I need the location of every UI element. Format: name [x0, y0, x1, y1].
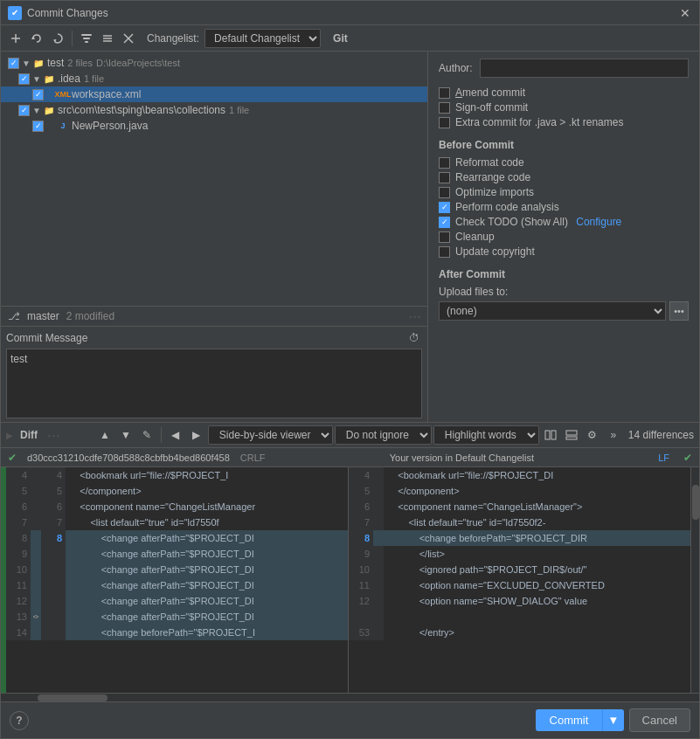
extra-commit-option: Extra commit for .java > .kt renames	[439, 116, 689, 128]
add-button[interactable]	[6, 29, 25, 48]
reformat-checkbox[interactable]	[439, 157, 450, 169]
tree-item-newperson[interactable]: ✓ J NewPerson.java	[1, 118, 427, 134]
code-analysis-label: Perform code analysis	[455, 201, 559, 213]
diff-row: 4 <bookmark url="file://$PROJECT_DI	[349, 467, 690, 483]
diff-toggle2-button[interactable]	[562, 425, 581, 445]
diff-next-button[interactable]: ▶	[187, 425, 206, 445]
cleanup-option: Cleanup	[439, 231, 689, 243]
commit-button[interactable]: Commit	[536, 709, 603, 731]
diff-up-button[interactable]: ▲	[95, 425, 114, 445]
diff-settings-button[interactable]: ⚙	[583, 425, 602, 445]
commit-dropdown-button[interactable]: ▼	[602, 709, 623, 731]
diff-edit-button[interactable]: ✎	[137, 425, 156, 445]
diff-row: 5 </component>	[349, 483, 690, 499]
diff-content: 4 4 <bookmark url="file://$PROJECT_I 5 5…	[1, 467, 699, 693]
diff-row: 12 <change afterPath="$PROJECT_DI	[6, 593, 348, 609]
amend-checkbox[interactable]	[439, 87, 450, 99]
author-input[interactable]	[480, 59, 689, 78]
upload-label: Upload files to:	[439, 286, 689, 298]
diff-row: 53 </entry>	[349, 625, 690, 640]
main-toolbar: Changelist: Default Changelist Git	[1, 25, 699, 52]
tree-item-src[interactable]: ✓ ▼ 📁 src\com\test\sping\beans\collectio…	[1, 102, 427, 118]
optimize-checkbox[interactable]	[439, 187, 450, 198]
horizontal-scrollbar[interactable]	[1, 693, 699, 701]
copyright-option: Update copyright	[439, 245, 689, 258]
upload-more-button[interactable]: •••	[669, 301, 689, 321]
ignore-dropdown[interactable]: Do not ignore	[335, 425, 432, 445]
before-commit-section: Before Commit Reformat code Rearrange co…	[439, 139, 689, 258]
tree-checkbox-test[interactable]: ✓	[8, 58, 19, 69]
close-button[interactable]: ✕	[678, 6, 692, 20]
diff-title: Diff	[20, 429, 38, 441]
after-commit-section: After Commit Upload files to: (none) •••	[439, 268, 689, 321]
svg-rect-6	[85, 41, 88, 43]
refresh-button[interactable]	[48, 29, 67, 48]
changelist-dropdown[interactable]: Default Changelist	[204, 29, 321, 48]
collapse-button[interactable]	[119, 29, 138, 48]
tree-item-test[interactable]: ✓ ▼ 📁 test 2 files D:\IdeaProjects\test	[1, 55, 427, 71]
diff-more-button[interactable]: »	[604, 425, 623, 445]
code-analysis-option: ✓ Perform code analysis	[439, 201, 689, 213]
optimize-label: Optimize imports	[455, 186, 534, 198]
cancel-button[interactable]: Cancel	[629, 708, 690, 732]
main-content: ✓ ▼ 📁 test 2 files D:\IdeaProjects\test …	[1, 52, 699, 422]
after-commit-header: After Commit	[439, 268, 689, 280]
diff-row-changed8: 8 8 <change afterPath="$PROJECT_DI	[6, 530, 348, 546]
amend-label: Amend commit	[455, 86, 525, 99]
undo-button[interactable]	[27, 29, 46, 48]
diff-toggle1-button[interactable]	[541, 425, 560, 445]
tree-checkbox-workspace[interactable]: ✓	[32, 89, 44, 100]
svg-rect-12	[545, 431, 550, 439]
configure-link[interactable]: Configure	[576, 216, 621, 228]
rearrange-checkbox[interactable]	[439, 172, 450, 183]
right-scrollbar[interactable]	[690, 467, 699, 693]
help-button[interactable]: ?	[10, 711, 29, 730]
bottom-bar: ? Commit ▼ Cancel	[1, 701, 699, 738]
tree-item-workspace[interactable]: ✓ XML workspace.xml	[1, 86, 427, 102]
highlight-dropdown[interactable]: Highlight words	[433, 425, 539, 445]
folder-icon-src: 📁	[43, 104, 55, 116]
file-tree: ✓ ▼ 📁 test 2 files D:\IdeaProjects\test …	[1, 52, 427, 306]
diff-row: 7 7 <list default="true" id="ld7550f	[6, 515, 348, 530]
rearrange-option: Rearrange code	[439, 171, 689, 183]
commit-message-input[interactable]: test	[6, 349, 422, 418]
author-row: Author:	[439, 59, 689, 78]
check-todo-option: ✓ Check TODO (Show All) Configure	[439, 216, 689, 228]
diff-row: 9 <change afterPath="$PROJECT_DI	[6, 546, 348, 562]
branch-bar: ⎇ master 2 modified • • •	[1, 306, 427, 327]
tree-checkbox-idea[interactable]: ✓	[18, 73, 30, 85]
folder-icon-idea: 📁	[43, 73, 55, 85]
commit-history-button[interactable]: ⏱	[406, 330, 422, 346]
tree-checkbox-newperson[interactable]: ✓	[32, 121, 44, 132]
signoff-label: Sign-off commit	[455, 101, 528, 114]
viewer-dropdown[interactable]: Side-by-side viewer	[208, 425, 333, 445]
signoff-checkbox[interactable]	[439, 102, 450, 114]
reformat-label: Reformat code	[455, 156, 524, 169]
expand-button[interactable]	[98, 29, 117, 48]
check-todo-checkbox[interactable]: ✓	[439, 217, 450, 228]
extra-commit-checkbox[interactable]	[439, 117, 450, 128]
diff-row: 10 <change afterPath="$PROJECT_DI	[6, 562, 348, 577]
diff-version-label: Your version in Default Changelist	[276, 452, 648, 463]
cleanup-checkbox[interactable]	[439, 231, 450, 243]
group-button[interactable]	[77, 29, 96, 48]
upload-dropdown[interactable]: (none)	[439, 301, 666, 321]
tree-checkbox-src[interactable]: ✓	[18, 105, 30, 116]
signoff-option: Sign-off commit	[439, 101, 689, 114]
copyright-checkbox[interactable]	[439, 246, 450, 258]
right-panel: Author: Amend commit Sign-off commit Ext…	[428, 52, 699, 422]
diff-prev-button[interactable]: ◀	[166, 425, 185, 445]
tree-item-idea[interactable]: ✓ ▼ 📁 .idea 1 file	[1, 71, 427, 86]
diff-header: ▶ Diff • • • ▲ ▼ ✎ ◀ ▶ Side-by-side view…	[1, 423, 699, 448]
window-title: Commit Changes	[27, 7, 673, 19]
code-analysis-checkbox[interactable]: ✓	[439, 202, 450, 213]
git-label: Git	[333, 32, 348, 45]
commit-message-section: Commit Message ⏱ test	[1, 327, 427, 422]
reformat-option: Reformat code	[439, 156, 689, 169]
folder-icon-test: 📁	[32, 57, 45, 69]
diff-row: 7 <list default="true" id="ld7550f2-	[349, 515, 690, 530]
diff-left-panel: 4 4 <bookmark url="file://$PROJECT_I 5 5…	[6, 467, 349, 693]
diff-down-button[interactable]: ▼	[116, 425, 135, 445]
git-options: Amend commit Sign-off commit Extra commi…	[439, 86, 689, 128]
diff-check-icon-right: ✔	[683, 452, 692, 464]
